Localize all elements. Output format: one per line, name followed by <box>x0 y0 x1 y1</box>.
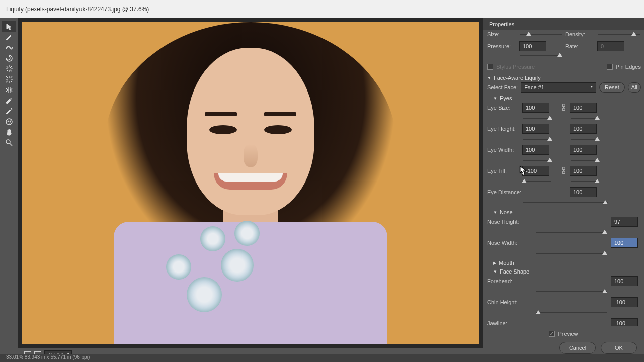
link-icon[interactable] <box>561 104 566 112</box>
eye-tilt-right-input[interactable] <box>570 166 597 176</box>
pucker-tool[interactable] <box>2 63 16 74</box>
jawline-label: Jawline: <box>487 320 532 326</box>
eyes-section[interactable]: ▼Eyes <box>493 95 641 101</box>
eye-height-right-input[interactable] <box>570 124 597 134</box>
freeze-mask-tool[interactable] <box>2 95 16 106</box>
push-left-tool[interactable] <box>2 84 16 95</box>
zoom-tool[interactable] <box>2 137 16 148</box>
jawline-input[interactable] <box>611 318 638 326</box>
reset-button[interactable]: Reset <box>599 82 625 93</box>
nose-height-label: Nose Height: <box>487 219 532 225</box>
face-aware-section[interactable]: ▼Face-Aware Liquify <box>487 75 641 81</box>
stylus-checkbox <box>487 64 493 70</box>
eye-height-label: Eye Height: <box>487 126 522 132</box>
preview-checkbox[interactable] <box>549 331 555 337</box>
pressure-label: Pressure: <box>487 43 517 49</box>
forehead-input[interactable] <box>611 276 638 286</box>
window-titlebar: Liquify (pexels-pavel-danilyuk-8422473.j… <box>0 0 644 18</box>
nose-section[interactable]: ▼Nose <box>493 209 641 215</box>
eye-distance-label: Eye Distance: <box>487 189 522 195</box>
eye-distance-input[interactable] <box>570 187 597 197</box>
smooth-tool[interactable] <box>2 42 16 53</box>
pin-edges-label: Pin Edges <box>616 64 641 70</box>
tool-toolbar <box>0 18 18 362</box>
eye-tilt-left-input[interactable] <box>522 166 549 176</box>
eye-size-label: Eye Size: <box>487 105 522 111</box>
svg-point-2 <box>10 121 11 122</box>
pin-edges-checkbox[interactable] <box>607 64 613 70</box>
all-button[interactable]: All <box>628 82 641 93</box>
panel-title: Properties <box>483 18 644 30</box>
chin-label: Chin Height: <box>487 299 532 305</box>
eye-size-l-slider[interactable] <box>523 114 551 122</box>
mouth-section[interactable]: ▶Mouth <box>493 260 641 266</box>
window-title: Liquify (pexels-pavel-danilyuk-8422473.j… <box>6 6 149 13</box>
density-slider[interactable] <box>598 30 640 38</box>
eye-width-label: Eye Width: <box>487 147 522 153</box>
twirl-tool[interactable] <box>2 53 16 63</box>
select-face-label: Select Face: <box>487 84 518 90</box>
thaw-mask-tool[interactable] <box>2 106 16 116</box>
nose-width-input[interactable] <box>611 238 638 248</box>
eye-tilt-label: Eye Tilt: <box>487 168 522 174</box>
hand-tool[interactable] <box>2 127 16 137</box>
preview-label: Preview <box>558 331 578 337</box>
nose-height-input[interactable] <box>611 217 638 227</box>
properties-panel: Properties Size: Density: Pressure: Rate… <box>483 18 644 362</box>
rate-label: Rate: <box>565 43 595 49</box>
pressure-slider[interactable] <box>520 51 562 59</box>
eye-size-left-input[interactable] <box>522 103 549 113</box>
eye-size-r-slider[interactable] <box>571 114 599 122</box>
eye-width-right-input[interactable] <box>570 145 597 155</box>
pressure-input[interactable] <box>519 41 546 51</box>
density-label: Density: <box>565 31 595 37</box>
reconstruct-tool[interactable] <box>2 32 16 42</box>
stylus-label: Stylus Pressure <box>496 64 535 70</box>
forward-warp-tool[interactable] <box>2 21 16 32</box>
svg-point-1 <box>8 121 9 122</box>
image-canvas[interactable] <box>22 22 479 344</box>
svg-point-0 <box>6 119 12 125</box>
portrait-illustration <box>22 22 479 344</box>
face-select[interactable]: Face #1 <box>521 82 596 93</box>
link-icon[interactable] <box>561 167 566 175</box>
nose-width-label: Nose Width: <box>487 240 532 246</box>
face-tool[interactable] <box>2 116 16 127</box>
bloat-tool[interactable] <box>2 74 16 84</box>
forehead-label: Forehead: <box>487 278 532 284</box>
eye-height-left-input[interactable] <box>522 124 549 134</box>
status-bar: 33.01% 83.943 in x 55.771 in (96 ppi) <box>0 354 644 362</box>
eye-width-left-input[interactable] <box>522 145 549 155</box>
ok-button[interactable]: OK <box>601 342 637 354</box>
size-slider[interactable] <box>520 30 562 38</box>
chin-input[interactable] <box>611 297 638 307</box>
rate-input <box>597 41 624 51</box>
eye-size-right-input[interactable] <box>570 103 597 113</box>
size-label: Size: <box>487 31 517 37</box>
face-shape-section[interactable]: ▼Face Shape <box>493 268 641 275</box>
svg-point-3 <box>6 140 10 144</box>
cancel-button[interactable]: Cancel <box>559 342 596 354</box>
